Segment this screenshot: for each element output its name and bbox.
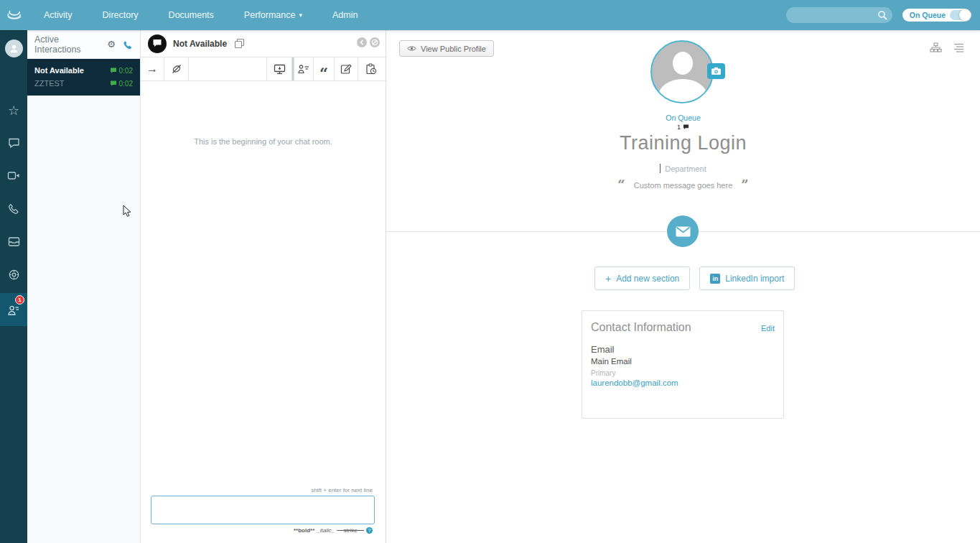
profile-avatar[interactable] (650, 40, 714, 103)
avatar-silhouette (658, 79, 707, 103)
nav-item-documents[interactable]: Documents (154, 0, 229, 30)
profile-section-buttons: + Add new section in LinkedIn import (594, 266, 795, 290)
edit-contact-link[interactable]: Edit (761, 324, 775, 333)
compose-note-icon (340, 63, 352, 75)
active-interactions-panel: Active Interactions ⚙ Not Available 0:02… (27, 30, 141, 543)
view-public-profile-button[interactable]: View Public Profile (399, 40, 494, 57)
sidebar-item-chat[interactable] (0, 131, 27, 155)
italic-hint: _italic_ (317, 527, 335, 534)
transfer-button[interactable]: → (141, 57, 164, 80)
avatar-silhouette (673, 52, 693, 75)
interaction-list-item[interactable]: Not Available 0:02 ZZTEST 0:02 (27, 59, 140, 96)
status-toggle-label: On Queue (910, 11, 946, 19)
strike-hint: ~~strike~~ (337, 527, 364, 534)
gear-icon[interactable]: ⚙ (107, 39, 116, 50)
contact-information-card: Contact Information Edit Email Main Emai… (582, 310, 784, 419)
envelope-icon (676, 226, 691, 237)
queue-count: 1 (386, 124, 980, 131)
chat-bubble-icon (110, 68, 117, 74)
nav-item-admin[interactable]: Admin (317, 0, 373, 30)
nav-item-directory[interactable]: Directory (88, 0, 154, 30)
disable-notifications-button[interactable] (164, 57, 189, 80)
timer-value: 0:02 (119, 67, 133, 75)
contact-card-header: Contact Information Edit (591, 321, 775, 334)
quote-button[interactable]: “ (314, 57, 335, 80)
chat-header: Not Available (141, 30, 386, 57)
participants-button[interactable] (294, 57, 314, 80)
sidebar-item-phone[interactable] (0, 196, 27, 221)
contact-section-type: Email (591, 344, 775, 355)
screen-share-icon (274, 64, 286, 75)
star-icon: ☆ (8, 104, 19, 117)
status-toggle[interactable]: On Queue (902, 9, 971, 22)
linkedin-import-button[interactable]: in LinkedIn import (699, 266, 795, 290)
chat-message-input[interactable] (151, 496, 375, 524)
toggle-knob (959, 9, 971, 21)
copy-icon[interactable] (234, 38, 245, 49)
department-field[interactable]: Department (386, 164, 980, 173)
contact-email-link[interactable]: laurendobb@gmail.com (591, 379, 775, 387)
participants-icon (298, 64, 309, 74)
profile-name: Training Login (386, 132, 980, 154)
text-cursor (660, 164, 661, 173)
sidebar-item-discover[interactable] (0, 262, 27, 287)
left-icon-rail: ☆ (0, 30, 27, 543)
chat-room-panel: Not Available → (141, 30, 386, 543)
chat-room-title: Not Available (173, 39, 227, 49)
end-chat-icon[interactable] (370, 37, 380, 47)
inbox-tray-icon (8, 236, 20, 247)
profile-view-switcher (930, 42, 964, 54)
sidebar-item-profile[interactable] (0, 36, 27, 60)
sidebar-item-video[interactable] (0, 163, 27, 187)
linkedin-import-label: LinkedIn import (725, 274, 784, 284)
search-container (786, 7, 892, 23)
list-view-icon[interactable] (953, 42, 964, 54)
interaction-name: Not Available (34, 66, 84, 75)
nav-item-performance[interactable]: Performance ▾ (229, 0, 317, 30)
toggle-track (950, 10, 970, 20)
agent-interactions-icon (7, 304, 20, 316)
chat-message-area: This is the beginning of your chat room. (141, 81, 386, 493)
panel-title: Active Interactions (34, 34, 107, 55)
main-menu: Activity Directory Documents Performance… (29, 0, 373, 30)
view-public-profile-label: View Public Profile (421, 45, 486, 53)
arrow-right-icon: → (146, 63, 158, 75)
quote-close-icon: ” (741, 182, 748, 190)
screen-share-button[interactable] (267, 57, 292, 80)
chat-header-actions (357, 37, 380, 47)
app-window: Activity Directory Documents Performance… (0, 0, 980, 543)
nav-label: Performance (244, 10, 296, 20)
search-icon[interactable] (877, 9, 888, 21)
department-placeholder: Department (665, 164, 706, 173)
collapse-back-icon[interactable] (357, 37, 367, 47)
org-chart-icon[interactable] (930, 42, 942, 54)
compass-icon (8, 269, 20, 281)
camera-icon (711, 67, 722, 75)
interaction-timer: 0:02 (110, 80, 133, 88)
chat-room-avatar (148, 34, 167, 53)
sidebar-item-favorites[interactable]: ☆ (0, 98, 27, 123)
brand-logo[interactable] (0, 7, 29, 23)
phone-filter-icon[interactable] (123, 40, 133, 50)
newline-hint-text: shift + enter for next line (311, 487, 373, 493)
clipboard-clock-icon (365, 63, 377, 75)
email-action-button[interactable] (667, 215, 699, 247)
format-help-icon[interactable]: ? (366, 527, 373, 534)
custom-message-field[interactable]: “ Custom message goes here ” (386, 181, 980, 190)
add-new-section-button[interactable]: + Add new section (594, 266, 690, 290)
quote-open-icon: “ (617, 182, 625, 190)
eye-icon (407, 45, 416, 52)
notes-button[interactable] (335, 57, 358, 80)
change-photo-button[interactable] (707, 63, 725, 79)
sidebar-item-inbox[interactable] (0, 229, 27, 254)
sidebar-item-interactions[interactable]: 1 (0, 293, 27, 326)
nav-item-activity[interactable]: Activity (29, 0, 88, 30)
format-hint: **bold** _italic_ ~~strike~~ ? (294, 527, 373, 534)
mute-leaf-icon (171, 63, 182, 75)
status-label[interactable]: On Queue (386, 113, 980, 122)
chat-toolbar: → (141, 57, 386, 81)
wrapup-schedule-button[interactable] (358, 57, 384, 80)
bold-hint: **bold** (294, 527, 314, 534)
contact-card-title: Contact Information (591, 321, 691, 334)
logo-icon (5, 7, 24, 23)
